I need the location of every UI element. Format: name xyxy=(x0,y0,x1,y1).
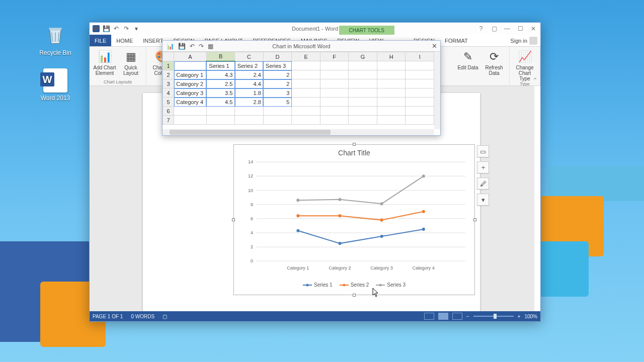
recycle-bin-icon xyxy=(43,23,67,47)
svg-point-21 xyxy=(338,242,341,245)
svg-point-24 xyxy=(296,214,299,217)
svg-text:14: 14 xyxy=(248,160,253,164)
minimize-icon[interactable]: — xyxy=(502,25,512,32)
sign-in[interactable]: Sign in xyxy=(510,37,540,45)
svg-text:6: 6 xyxy=(251,216,253,221)
mini-sheet-close-button[interactable]: ✕ xyxy=(432,42,437,50)
svg-point-30 xyxy=(380,202,383,205)
button-label: Quick Layout xyxy=(119,65,143,76)
zoom-in-button[interactable]: + xyxy=(518,314,521,319)
svg-point-22 xyxy=(380,235,383,238)
chart-filters-button[interactable]: ▾ xyxy=(477,194,489,206)
refresh-data-icon: ⟳ xyxy=(487,50,502,64)
change-chart-type-button[interactable]: 📈 Change Chart Type xyxy=(513,48,537,81)
svg-point-23 xyxy=(422,228,425,231)
collapse-ribbon-icon[interactable]: ⌃ xyxy=(533,77,537,83)
refresh-data-button[interactable]: ⟳ Refresh Data xyxy=(482,48,506,76)
tab-file[interactable]: FILE xyxy=(90,35,111,46)
mini-redo-icon[interactable]: ↷ xyxy=(199,43,204,50)
svg-text:Category 2: Category 2 xyxy=(329,265,351,270)
mini-undo-icon[interactable]: ↶ xyxy=(190,43,195,50)
add-chart-element-icon: 📊 xyxy=(97,50,112,64)
save-icon[interactable]: 💾 xyxy=(103,25,110,32)
mini-sheet-hscroll[interactable] xyxy=(163,129,434,135)
mini-sheet-title-bar: 📊 💾 ↶ ↷ ▦ Chart in Microsoft Word ✕ xyxy=(163,41,440,52)
status-bar: PAGE 1 OF 1 0 WORDS ▢ − + 100% xyxy=(90,311,540,321)
desktop-icon-label: Recycle Bin xyxy=(35,49,75,56)
mini-chart-icon: 📊 xyxy=(167,43,174,50)
status-words[interactable]: 0 WORDS xyxy=(131,314,154,319)
chart-layout-options-button[interactable]: ▭ xyxy=(477,145,489,157)
button-label: Add Chart Element xyxy=(93,65,117,76)
svg-text:8: 8 xyxy=(251,202,253,207)
word-app-icon xyxy=(43,68,67,93)
close-icon[interactable]: ✕ xyxy=(528,25,538,32)
svg-text:4: 4 xyxy=(251,230,253,235)
edit-data-button[interactable]: ✎ Edit Data xyxy=(456,48,480,70)
title-bar: W 💾 ↶ ↷ ▾ Document1 - Word CHART TOOLS ?… xyxy=(90,23,540,35)
svg-point-27 xyxy=(422,210,425,213)
view-print-layout-button[interactable] xyxy=(438,313,448,320)
edit-data-icon: ✎ xyxy=(460,50,475,64)
legend-swatch-icon xyxy=(340,285,349,286)
help-icon[interactable]: ? xyxy=(476,25,486,32)
chart-tools-indicator: CHART TOOLS xyxy=(339,26,394,35)
mini-save-icon[interactable]: 💾 xyxy=(178,43,186,50)
mini-sheet-vscroll[interactable] xyxy=(434,52,440,129)
view-read-mode-button[interactable] xyxy=(424,313,434,320)
zoom-level[interactable]: 100% xyxy=(524,314,537,319)
group-label xyxy=(456,79,506,85)
chart-elements-button[interactable]: ＋ xyxy=(477,161,489,173)
change-chart-type-icon: 📈 xyxy=(517,50,532,64)
avatar-icon xyxy=(529,37,537,45)
mini-sheet-grid[interactable]: ABCDEFGHI1Series 1Series 2Series 32Categ… xyxy=(163,52,434,129)
redo-icon[interactable]: ↷ xyxy=(123,25,130,32)
svg-point-29 xyxy=(338,198,341,201)
mini-open-excel-icon[interactable]: ▦ xyxy=(208,43,213,50)
legend-label: Series 1 xyxy=(314,282,333,288)
svg-text:0: 0 xyxy=(251,258,253,263)
chart-object[interactable]: Chart Title 02468101214Category 1Categor… xyxy=(233,144,475,295)
svg-text:12: 12 xyxy=(248,173,253,178)
svg-point-31 xyxy=(422,174,425,177)
group-label: Chart Layouts xyxy=(93,79,143,85)
tab-chart-format[interactable]: FORMAT xyxy=(440,35,473,46)
resize-handle[interactable] xyxy=(232,218,235,221)
desktop-icon-label: Word 2013 xyxy=(35,95,75,102)
legend-label: Series 3 xyxy=(387,282,406,288)
proofing-icon[interactable]: ▢ xyxy=(163,314,167,319)
chart-legend[interactable]: Series 1 Series 2 Series 3 xyxy=(234,282,474,288)
resize-handle[interactable] xyxy=(353,294,356,297)
maximize-icon[interactable]: ☐ xyxy=(515,25,525,32)
svg-point-28 xyxy=(296,199,299,202)
legend-swatch-icon xyxy=(376,285,385,286)
button-label: Edit Data xyxy=(457,65,478,70)
legend-swatch-icon xyxy=(303,285,312,286)
zoom-out-button[interactable]: − xyxy=(466,314,469,319)
chart-title[interactable]: Chart Title xyxy=(234,145,474,157)
svg-text:Category 1: Category 1 xyxy=(287,265,309,270)
undo-icon[interactable]: ↶ xyxy=(113,25,120,32)
svg-text:Category 3: Category 3 xyxy=(371,265,393,270)
window-title: Document1 - Word xyxy=(292,26,338,32)
status-page[interactable]: PAGE 1 OF 1 xyxy=(93,314,123,319)
svg-text:10: 10 xyxy=(248,188,253,193)
chart-styles-button[interactable]: 🖉 xyxy=(477,177,489,190)
qat-customize-icon[interactable]: ▾ xyxy=(133,25,140,32)
word-icon: W xyxy=(93,25,100,32)
ribbon-options-icon[interactable]: ▢ xyxy=(489,25,499,32)
svg-point-26 xyxy=(380,219,383,222)
svg-text:Category 4: Category 4 xyxy=(413,265,435,270)
resize-handle[interactable] xyxy=(473,218,476,221)
view-web-layout-button[interactable] xyxy=(452,313,462,320)
desktop-icon-recycle-bin[interactable]: Recycle Bin xyxy=(35,23,75,56)
chart-plot[interactable]: 02468101214Category 1Category 2Category … xyxy=(238,160,470,274)
tab-home[interactable]: HOME xyxy=(111,35,138,46)
add-chart-element-button[interactable]: 📊 Add Chart Element xyxy=(93,48,117,76)
desktop-icon-word2013[interactable]: Word 2013 xyxy=(35,68,75,102)
chart-data-sheet-window: 📊 💾 ↶ ↷ ▦ Chart in Microsoft Word ✕ ABCD… xyxy=(162,40,441,136)
resize-handle[interactable] xyxy=(353,143,356,146)
svg-point-25 xyxy=(338,214,341,217)
quick-layout-button[interactable]: ▦ Quick Layout xyxy=(119,48,143,76)
zoom-slider[interactable] xyxy=(473,316,514,317)
